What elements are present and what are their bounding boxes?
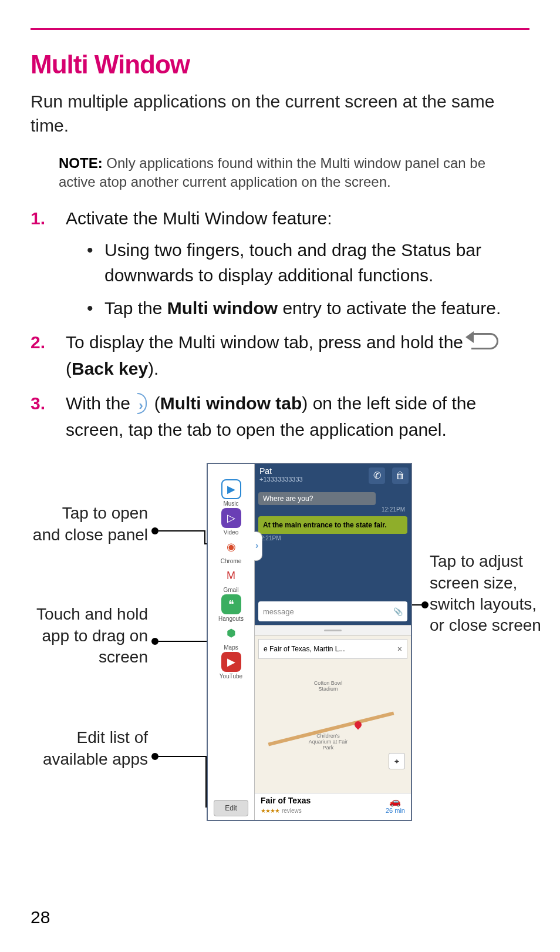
callout-lead <box>158 530 204 531</box>
multi-window-divider[interactable] <box>255 625 411 635</box>
incoming-message: Where are you? <box>258 492 376 505</box>
map-poi-label: Cotton Bowl Stadium <box>308 680 349 692</box>
panel-app-gmail[interactable]: MGmail <box>214 566 249 593</box>
map-poi-label: Children's Aquarium at Fair Park <box>308 733 349 751</box>
callout-lead <box>158 756 205 757</box>
step-1a: Using two fingers, touch and drag the St… <box>87 237 529 288</box>
maps-pane: e Fair of Texas, Martin L... × Cotton Bo… <box>255 635 411 820</box>
note-label: NOTE: <box>59 155 103 171</box>
step-2: 2. To display the Multi window tab, pres… <box>31 329 529 382</box>
messaging-title-bar: Pat +13333333333 ✆ 🗑 <box>255 464 411 490</box>
callout-drag-app: Touch and hold app to drag on screen <box>31 604 148 668</box>
panel-app-label: Music <box>214 500 249 507</box>
phone-screenshot: Pat +13333333333 ✆ 🗑 Where are you? 12:2… <box>207 463 412 821</box>
multi-window-panel: ▶Music▷Video◉ChromeMGmail❝Hangouts⬢Maps▶… <box>208 464 255 820</box>
panel-app-label: Chrome <box>214 558 249 564</box>
step-text: Activate the Multi Window feature: <box>66 208 332 228</box>
car-icon: 🚗 <box>386 796 405 807</box>
panel-app-label: YouTube <box>214 673 249 679</box>
step-number: 1. <box>31 205 45 231</box>
message-time: 2:21PM <box>255 535 411 544</box>
message-input-placeholder: message <box>263 607 294 616</box>
music-icon: ▶ <box>221 479 241 499</box>
drive-eta: 26 min <box>386 807 405 814</box>
callout-lead <box>204 530 205 543</box>
panel-app-label: Video <box>214 529 249 536</box>
note-block: NOTE: Only applications found within the… <box>59 154 506 192</box>
panel-app-hangouts[interactable]: ❝Hangouts <box>214 594 249 622</box>
panel-app-chrome[interactable]: ◉Chrome <box>214 537 249 564</box>
step-3: 3. With the (Multi window tab) on the le… <box>31 390 529 443</box>
figure: Tap to open and close panel Touch and ho… <box>31 458 529 834</box>
gmail-icon: M <box>221 566 241 586</box>
callout-open-close-panel: Tap to open and close panel <box>31 503 148 546</box>
call-icon[interactable]: ✆ <box>369 467 385 484</box>
my-location-button[interactable]: ⌖ <box>389 753 405 769</box>
maps-icon: ⬢ <box>221 623 241 643</box>
note-text: Only applications found within the Multi… <box>59 155 485 190</box>
multi-window-tab-icon <box>137 393 147 414</box>
chrome-icon: ◉ <box>221 537 241 557</box>
top-rule <box>31 28 529 30</box>
hangouts-icon: ❝ <box>221 594 241 614</box>
clear-search-icon[interactable]: × <box>397 644 402 654</box>
panel-app-music[interactable]: ▶Music <box>214 479 249 507</box>
step-number: 2. <box>31 329 45 355</box>
page-title: Multi Window <box>31 50 529 79</box>
callout-dot <box>151 753 158 760</box>
panel-app-label: Gmail <box>214 587 249 593</box>
panel-tab-handle[interactable] <box>254 531 262 561</box>
maps-search-text: e Fair of Texas, Martin L... <box>264 645 345 653</box>
back-key-icon <box>471 333 498 349</box>
callout-dot <box>151 527 158 534</box>
place-title: Fair of Texas <box>261 796 311 805</box>
step-number: 3. <box>31 390 45 416</box>
map-canvas[interactable]: Cotton Bowl Stadium Children's Aquarium … <box>255 662 411 774</box>
attach-icon[interactable]: 📎 <box>393 607 403 616</box>
callout-adjust-size: Tap to adjust screen size, switch layout… <box>430 551 541 637</box>
step-1b: Tap the Multi window entry to activate t… <box>87 295 529 321</box>
maps-search-bar[interactable]: e Fair of Texas, Martin L... × <box>258 639 407 659</box>
page-number: 28 <box>31 907 50 927</box>
step-1: 1. Activate the Multi Window feature: Us… <box>31 205 529 321</box>
panel-app-label: Hangouts <box>214 615 249 622</box>
maps-place-card[interactable]: Fair of Texas ★★★★ reviews 🚗 26 min <box>255 793 411 820</box>
video-icon: ▷ <box>221 508 241 528</box>
youtube-icon: ▶ <box>221 652 241 672</box>
callout-dot <box>151 638 158 645</box>
panel-app-maps[interactable]: ⬢Maps <box>214 623 249 651</box>
intro-text: Run multiple applications on the current… <box>31 90 529 137</box>
panel-app-video[interactable]: ▷Video <box>214 508 249 536</box>
delete-icon[interactable]: 🗑 <box>392 467 409 484</box>
messaging-pane: Where are you? 12:21PM At the main entra… <box>255 490 411 625</box>
place-reviews: reviews <box>282 808 302 814</box>
outgoing-message: At the main entrance to the state fair. <box>258 516 407 534</box>
rating-stars-icon: ★★★★ <box>261 808 279 814</box>
panel-app-youtube[interactable]: ▶YouTube <box>214 652 249 679</box>
message-input[interactable]: message 📎 <box>258 601 407 621</box>
edit-panel-button[interactable]: Edit <box>214 800 248 816</box>
panel-app-label: Maps <box>214 644 249 651</box>
callout-edit-apps: Edit list of available apps <box>31 727 148 770</box>
message-time: 12:21PM <box>255 506 411 515</box>
